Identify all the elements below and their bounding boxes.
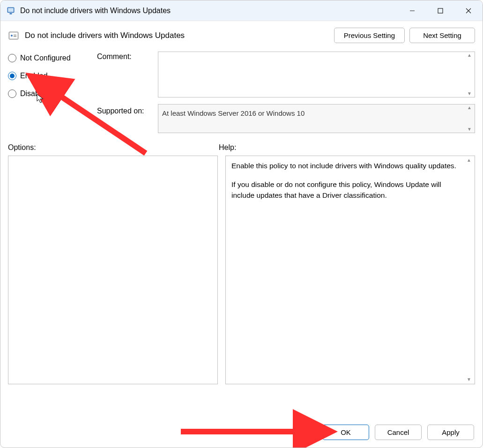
minimize-button[interactable] bbox=[398, 0, 426, 21]
policy-editor-window: Do not include drivers with Windows Upda… bbox=[0, 0, 483, 448]
radio-enabled[interactable]: Enabled bbox=[8, 72, 97, 80]
scrollbar[interactable]: ▲ ▼ bbox=[465, 105, 474, 132]
window-title: Do not include drivers with Windows Upda… bbox=[20, 7, 171, 15]
app-icon bbox=[6, 6, 15, 15]
scrollbar[interactable]: ▲ ▼ bbox=[465, 158, 473, 382]
radio-disabled[interactable]: Disabled bbox=[8, 90, 97, 98]
svg-rect-2 bbox=[10, 13, 12, 15]
svg-rect-11 bbox=[14, 36, 16, 37]
svg-point-9 bbox=[11, 35, 13, 37]
comment-textarea[interactable]: ▲ ▼ bbox=[158, 52, 475, 97]
radio-label: Not Configured bbox=[20, 54, 71, 62]
help-text: If you disable or do not configure this … bbox=[231, 179, 462, 201]
apply-button[interactable]: Apply bbox=[427, 425, 474, 440]
options-panel bbox=[8, 156, 218, 384]
dialog-buttons: OK Cancel Apply bbox=[322, 425, 474, 440]
help-label: Help: bbox=[219, 143, 475, 152]
previous-setting-button[interactable]: Previous Setting bbox=[334, 28, 405, 43]
svg-rect-1 bbox=[8, 8, 14, 12]
comment-label: Comment: bbox=[97, 52, 158, 61]
annotation-arrow bbox=[178, 422, 319, 442]
radio-unchecked-icon bbox=[8, 54, 16, 62]
close-button[interactable] bbox=[454, 0, 483, 21]
policy-icon bbox=[8, 30, 19, 41]
radio-not-configured[interactable]: Not Configured bbox=[8, 54, 97, 62]
scroll-down-icon: ▼ bbox=[465, 91, 474, 96]
supported-on-box: At least Windows Server 2016 or Windows … bbox=[158, 104, 475, 133]
scroll-up-icon: ▲ bbox=[465, 158, 473, 163]
ok-button[interactable]: OK bbox=[322, 425, 369, 440]
svg-rect-4 bbox=[438, 8, 443, 13]
maximize-button[interactable] bbox=[426, 0, 454, 21]
radio-label: Disabled bbox=[20, 90, 49, 98]
options-label: Options: bbox=[8, 143, 219, 152]
svg-rect-10 bbox=[14, 35, 16, 36]
radio-unchecked-icon bbox=[8, 90, 16, 98]
cancel-button[interactable]: Cancel bbox=[375, 425, 422, 440]
next-setting-button[interactable]: Next Setting bbox=[409, 28, 475, 43]
scroll-down-icon: ▼ bbox=[465, 127, 474, 132]
titlebar: Do not include drivers with Windows Upda… bbox=[0, 0, 483, 21]
supported-label: Supported on: bbox=[97, 104, 158, 115]
supported-value: At least Windows Server 2016 or Windows … bbox=[162, 109, 305, 117]
radio-checked-icon bbox=[8, 72, 16, 80]
policy-header: Do not include drivers with Windows Upda… bbox=[0, 21, 483, 47]
scroll-down-icon: ▼ bbox=[465, 377, 473, 382]
policy-title: Do not include drivers with Windows Upda… bbox=[25, 31, 328, 40]
help-text: Enable this policy to not include driver… bbox=[231, 161, 462, 171]
radio-label: Enabled bbox=[20, 72, 48, 80]
scroll-up-icon: ▲ bbox=[465, 53, 474, 58]
help-panel: Enable this policy to not include driver… bbox=[225, 156, 475, 384]
scrollbar[interactable]: ▲ ▼ bbox=[465, 53, 474, 96]
scroll-up-icon: ▲ bbox=[465, 105, 474, 110]
